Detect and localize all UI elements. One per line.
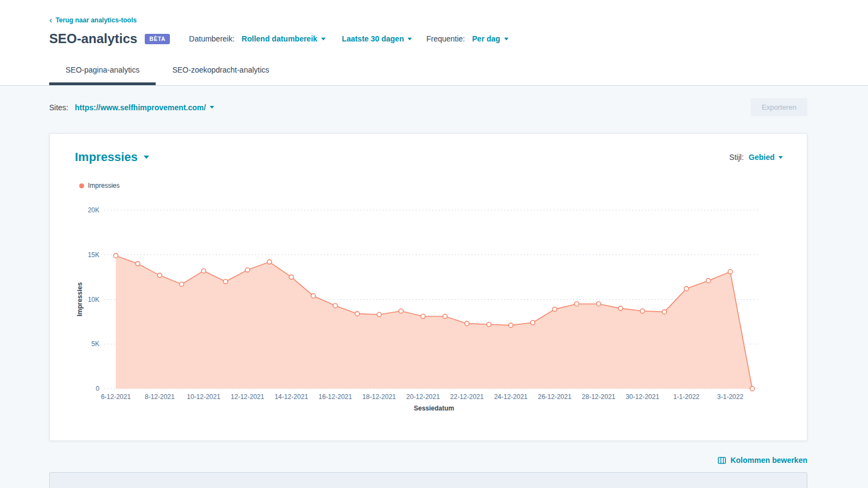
tab-seo-zoekopdracht-analytics[interactable]: SEO-zoekopdracht-analytics bbox=[156, 58, 285, 85]
seo-analytics-page: ‹ Terug naar analytics-tools SEO-analyti… bbox=[0, 0, 868, 488]
svg-text:20-12-2021: 20-12-2021 bbox=[406, 393, 440, 401]
svg-text:10-12-2021: 10-12-2021 bbox=[187, 393, 221, 401]
frequency-dropdown[interactable]: Per dag bbox=[472, 34, 508, 43]
title-row: SEO-analytics BÈTA Datumbereik: Rollend … bbox=[49, 31, 868, 46]
svg-text:15K: 15K bbox=[88, 251, 99, 259]
svg-text:26-12-2021: 26-12-2021 bbox=[538, 393, 572, 401]
page-header: ‹ Terug naar analytics-tools SEO-analyti… bbox=[0, 0, 868, 86]
style-dropdown[interactable]: Gebied bbox=[749, 153, 783, 162]
legend-swatch bbox=[79, 183, 84, 188]
date-range-dropdown[interactable]: Rollend datumbereik bbox=[241, 34, 325, 43]
export-button[interactable]: Exporteren bbox=[751, 98, 807, 116]
chevron-down-icon bbox=[210, 106, 214, 109]
svg-text:24-12-2021: 24-12-2021 bbox=[494, 393, 528, 401]
page-title: SEO-analytics bbox=[49, 31, 137, 46]
period-value: Laatste 30 dagen bbox=[342, 34, 404, 43]
sites-label: Sites: bbox=[49, 103, 68, 112]
style-control: Stijl: Gebied bbox=[729, 153, 783, 162]
edit-columns-label: Kolommen bewerken bbox=[730, 456, 807, 465]
svg-text:Sessiedatum: Sessiedatum bbox=[414, 404, 454, 412]
chevron-down-icon bbox=[408, 38, 412, 40]
frequency-label: Frequentie: bbox=[426, 34, 465, 43]
frequency-value: Per dag bbox=[472, 34, 500, 43]
svg-text:5K: 5K bbox=[91, 340, 99, 348]
svg-text:18-12-2021: 18-12-2021 bbox=[362, 393, 396, 401]
sites-toolbar: Sites: https://www.selfhimprovement.com/… bbox=[49, 98, 807, 116]
metric-value: Impressies bbox=[75, 150, 138, 164]
edit-columns-link[interactable]: Kolommen bewerken bbox=[718, 456, 807, 465]
back-link[interactable]: ‹ Terug naar analytics-tools bbox=[49, 16, 137, 24]
beta-badge: BÈTA bbox=[145, 34, 170, 44]
svg-text:6-12-2021: 6-12-2021 bbox=[101, 393, 131, 401]
chevron-down-icon bbox=[321, 38, 326, 40]
chevron-down-icon bbox=[144, 156, 149, 159]
chevron-down-icon bbox=[504, 38, 509, 40]
svg-text:8-12-2021: 8-12-2021 bbox=[145, 393, 175, 401]
chevron-left-icon: ‹ bbox=[49, 17, 52, 23]
site-url: https://www.selfhimprovement.com/ bbox=[75, 103, 206, 112]
chart-legend: Impressies bbox=[79, 182, 807, 189]
period-dropdown[interactable]: Laatste 30 dagen bbox=[342, 34, 412, 43]
tab-seo-pagina-analytics[interactable]: SEO-pagina-analytics bbox=[49, 58, 156, 85]
svg-text:10K: 10K bbox=[88, 296, 99, 303]
svg-text:12-12-2021: 12-12-2021 bbox=[231, 393, 264, 401]
metric-dropdown[interactable]: Impressies bbox=[75, 150, 149, 164]
tab-bar: SEO-pagina-analytics SEO-zoekopdracht-an… bbox=[49, 58, 868, 85]
svg-text:28-12-2021: 28-12-2021 bbox=[582, 393, 616, 401]
svg-text:1-1-2022: 1-1-2022 bbox=[673, 393, 699, 401]
svg-text:16-12-2021: 16-12-2021 bbox=[318, 393, 352, 401]
svg-text:Impressies: Impressies bbox=[77, 282, 84, 317]
table-header bbox=[49, 472, 807, 488]
chart-card-header: Impressies Stijl: Gebied bbox=[50, 134, 807, 164]
svg-text:14-12-2021: 14-12-2021 bbox=[275, 393, 309, 401]
svg-text:30-12-2021: 30-12-2021 bbox=[625, 393, 659, 401]
svg-text:20K: 20K bbox=[88, 206, 99, 214]
style-label: Stijl: bbox=[729, 153, 743, 162]
date-range-value: Rollend datumbereik bbox=[241, 34, 317, 43]
back-link-label: Terug naar analytics-tools bbox=[56, 16, 137, 24]
impressions-area-chart: 05K10K15K20K6-12-20218-12-202110-12-2021… bbox=[77, 198, 765, 416]
site-dropdown[interactable]: https://www.selfhimprovement.com/ bbox=[75, 103, 214, 112]
table-footer-row: Kolommen bewerken bbox=[49, 456, 807, 465]
page-content: Sites: https://www.selfhimprovement.com/… bbox=[0, 98, 868, 488]
columns-icon bbox=[718, 457, 726, 464]
style-value: Gebied bbox=[749, 153, 775, 162]
date-range-label: Datumbereik: bbox=[189, 34, 234, 43]
svg-text:3-1-2022: 3-1-2022 bbox=[717, 393, 743, 401]
svg-text:22-12-2021: 22-12-2021 bbox=[450, 393, 484, 401]
chevron-down-icon bbox=[778, 156, 783, 159]
chart-card: Impressies Stijl: Gebied Impressies 05K1… bbox=[49, 133, 807, 441]
svg-text:0: 0 bbox=[96, 385, 99, 392]
legend-label: Impressies bbox=[88, 182, 120, 189]
